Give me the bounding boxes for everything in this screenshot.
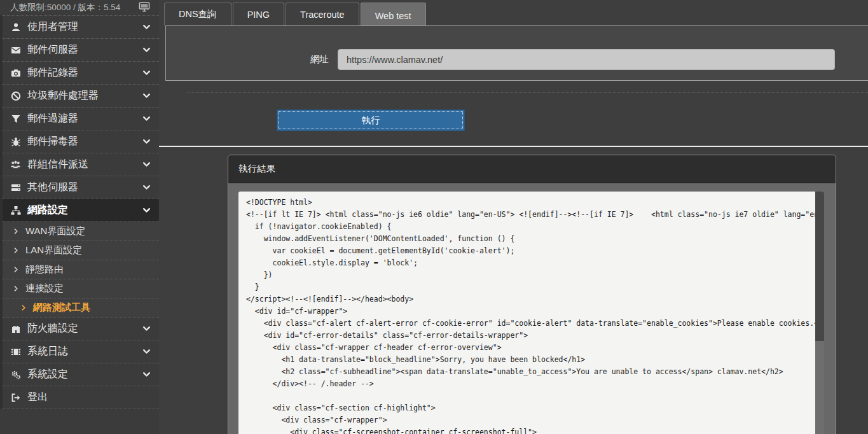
sidebar-item-sub-9[interactable]: WAN界面設定 [3,221,159,241]
firewall-icon [10,323,22,334]
result-panel: 執行結果 <!DOCTYPE html> <!--[if lt IE 7]> <… [228,155,836,434]
sidebar-item-label: 系統設定 [27,368,68,381]
sidebar-item-label: 郵件伺服器 [27,43,78,57]
sidebar-item-sub-10[interactable]: LAN界面設定 [3,241,159,260]
user-icon [10,22,22,32]
gears-icon [10,369,22,380]
sidebar-item-film-15[interactable]: 系統日誌 [3,340,159,363]
code-scrollbar[interactable] [815,192,824,434]
chevron-down-icon [142,183,151,192]
chevron-down-icon [142,68,151,78]
sidebar-item-sub-11[interactable]: 靜態路由 [3,260,159,279]
sidebar-item-ban-3[interactable]: 垃圾郵件處理器 [3,84,159,107]
sidebar-item-sub-13[interactable]: 網路測試工具 [3,298,159,317]
tab-traceroute[interactable]: Traceroute [286,3,359,25]
chevron-down-icon [142,114,151,123]
sidebar-item-label: 系統日誌 [27,345,68,358]
envelope-icon [10,45,22,55]
sidebar-item-label: 網路設定 [27,204,68,217]
chevron-down-icon [142,22,151,32]
sidebar: 人數限制:50000 / 版本：5.54 使用者管理郵件伺服器郵件記錄器垃圾郵件… [0,0,159,434]
sidebar-item-filter-4[interactable]: 郵件過濾器 [3,107,159,130]
camera-icon [10,67,22,78]
sitemap-icon [10,205,22,216]
result-panel-body: <!DOCTYPE html> <!--[if lt IE 7]> <html … [228,183,836,434]
sidebar-item-label: 其他伺服器 [27,181,78,194]
tab-web-test[interactable]: Web test [361,3,426,28]
sidebar-header: 人數限制:50000 / 版本：5.54 [0,0,159,15]
sidebar-item-label: 垃圾郵件處理器 [27,89,99,102]
dotted-divider [188,92,868,93]
sidebar-item-label: WAN界面設定 [25,225,85,237]
url-label: 網址 [166,53,338,66]
chevron-down-icon [142,160,151,169]
sidebar-item-firewall-14[interactable]: 防火牆設定 [3,317,159,340]
run-button[interactable]: 執行 [277,109,465,131]
sidebar-item-users-6[interactable]: 群組信件派送 [3,153,159,176]
result-panel-header: 執行結果 [228,155,836,183]
sidebar-item-envelope-1[interactable]: 郵件伺服器 [3,38,159,61]
chevron-down-icon [142,206,151,215]
chevron-right-icon [13,266,20,273]
url-input[interactable] [338,49,835,70]
bug-icon [10,136,22,147]
sidebar-item-label: 網路測試工具 [33,302,90,314]
chevron-right-icon [13,228,20,235]
film-icon [10,346,22,357]
sidebar-item-label: 郵件記錄器 [27,66,78,80]
code-output[interactable]: <!DOCTYPE html> <!--[if lt IE 7]> <html … [238,192,824,434]
sidebar-menu: 使用者管理郵件伺服器郵件記錄器垃圾郵件處理器郵件過濾器郵件掃毒器群組信件派送其他… [0,15,159,409]
sidebar-item-server-7[interactable]: 其他伺服器 [3,176,159,199]
sidebar-menu-end-divider [0,409,159,409]
sidebar-item-sitemap-8[interactable]: 網路設定 [3,199,159,221]
sidebar-item-label: 郵件掃毒器 [27,135,78,148]
webtest-form-panel: 網址 [165,25,868,81]
url-form-row: 網址 [166,26,868,70]
sidebar-item-label: 連接設定 [25,283,64,295]
chevron-right-icon [13,285,20,292]
license-version-text: 人數限制:50000 / 版本：5.54 [10,2,120,13]
ban-icon [10,90,22,101]
result-panel-title: 執行結果 [238,163,275,175]
sidebar-item-label: LAN界面設定 [25,244,82,256]
sidebar-item-label: 防火牆設定 [27,322,78,335]
section-divider [159,146,868,147]
sidebar-item-sub-12[interactable]: 連接設定 [3,279,159,298]
tab-ping[interactable]: PING [233,3,284,25]
sidebar-item-label: 登出 [27,391,48,404]
sidebar-item-gears-16[interactable]: 系統設定 [3,363,159,386]
chevron-down-icon [142,347,151,356]
sidebar-item-label: 靜態路由 [25,263,64,276]
monitor-icon[interactable] [139,2,150,14]
app-window: 人數限制:50000 / 版本：5.54 使用者管理郵件伺服器郵件記錄器垃圾郵件… [0,0,868,434]
code-output-box: <!DOCTYPE html> <!--[if lt IE 7]> <html … [238,192,824,434]
chevron-down-icon [142,370,151,379]
filter-icon [10,113,22,124]
code-scrollbar-thumb[interactable] [815,192,824,341]
sidebar-item-camera-2[interactable]: 郵件記錄器 [3,61,159,84]
chevron-down-icon [142,91,151,101]
sidebar-item-label: 郵件過濾器 [27,112,78,125]
chevron-right-icon [20,304,27,311]
sidebar-item-bug-5[interactable]: 郵件掃毒器 [3,130,159,153]
sidebar-item-user-0[interactable]: 使用者管理 [3,15,159,38]
chevron-down-icon [142,137,151,146]
tab-dns查詢[interactable]: DNS查詢 [164,3,231,25]
sidebar-item-label: 群組信件派送 [27,158,88,171]
server-icon [10,182,22,193]
chevron-down-icon [142,324,151,333]
chevron-right-icon [13,247,20,254]
signout-icon [10,392,22,403]
tool-tabs: DNS查詢PINGTracerouteWeb test [164,3,426,25]
sidebar-item-signout-17[interactable]: 登出 [3,386,159,409]
users-icon [10,159,22,170]
sidebar-item-label: 使用者管理 [27,20,78,34]
chevron-down-icon [142,45,151,55]
